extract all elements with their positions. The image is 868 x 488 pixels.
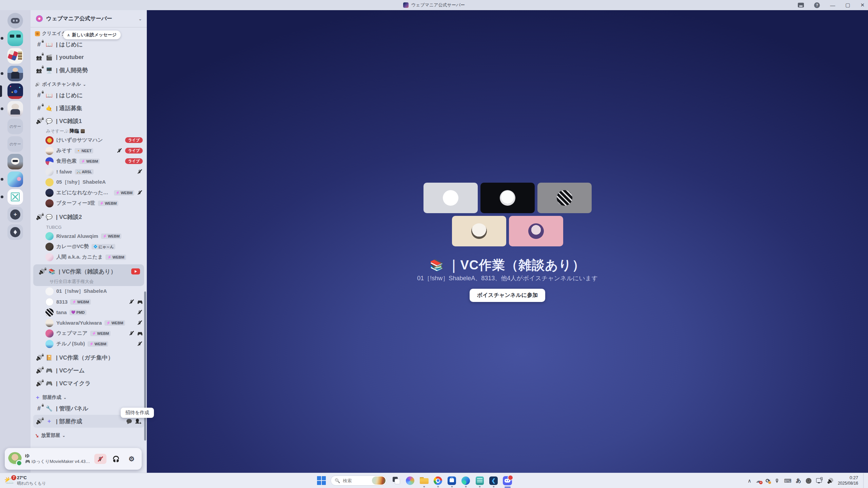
- server-icon-teal[interactable]: [7, 30, 23, 46]
- participant-avatar: [500, 190, 515, 206]
- taskbar-search[interactable]: 🔍: [331, 475, 387, 486]
- video-tile-yukiwara[interactable]: [452, 216, 506, 246]
- voice-member[interactable]: ブターフィー3世 ⚡WEBM: [31, 198, 147, 208]
- channel-youtuber[interactable]: 🎬 | youtuber: [31, 51, 147, 64]
- deafen-button[interactable]: [110, 454, 122, 464]
- user-avatar[interactable]: [8, 452, 22, 466]
- voice-member[interactable]: けいず@サツマハン ライブ: [31, 135, 147, 145]
- voice-channel-presence: 01［!shw］ShabeleA、8313、他4人がボイスチャンネルにいます: [147, 274, 868, 282]
- channel-emoji: ＋: [45, 418, 53, 425]
- sidebar-scrollbar[interactable]: [144, 291, 146, 441]
- weather-badge: 7: [11, 475, 16, 480]
- voice-member[interactable]: チルノ(Sub) ⚡WEBM: [31, 339, 147, 349]
- voice-member[interactable]: みそす 🔸NEET ライブ: [31, 145, 147, 156]
- voice-channel-vcwork-gachi[interactable]: 📔 | VC作業（ガチ集中）: [31, 351, 147, 364]
- server-header[interactable]: ウェブマニア公式サーバー ⌄: [31, 10, 147, 27]
- avatar: [45, 189, 54, 197]
- voice-channel-vcwork-zatsudan[interactable]: 📚 | VC作業（雑談あり）: [34, 265, 143, 278]
- channel-emoji: 📚: [430, 259, 444, 272]
- category-idle[interactable]: ➘ 放置部屋 ⌄: [31, 431, 147, 440]
- hidden-icons-chevron[interactable]: ∧: [748, 478, 751, 483]
- voice-member[interactable]: Rivarzal Aluwqim ⚡WEBM: [31, 231, 147, 241]
- clock-tray-icon[interactable]: 🕘: [806, 478, 812, 483]
- help-icon[interactable]: ?: [814, 2, 820, 8]
- mute-microphone-button[interactable]: [94, 454, 106, 464]
- video-tile-shabelea[interactable]: [423, 183, 478, 213]
- touch-keyboard-icon[interactable]: ⌨: [784, 478, 791, 483]
- channel-tsuwabosyu[interactable]: 🤙 | 通話募集: [31, 102, 147, 115]
- edge-button[interactable]: [461, 476, 470, 485]
- voice-channel-vcminecraft[interactable]: 🎮 | VCマイクラ: [31, 377, 147, 390]
- voice-channel-vczatsudan2[interactable]: 💬 | VC雑談2: [31, 210, 147, 223]
- server-icon-text-2[interactable]: のサー: [7, 136, 23, 152]
- user-settings-button[interactable]: [125, 454, 138, 464]
- create-invite-icon[interactable]: [135, 419, 141, 424]
- network-icon[interactable]: [816, 478, 823, 483]
- add-server-button[interactable]: +: [7, 207, 23, 222]
- volume-icon[interactable]: 🔊: [827, 478, 833, 483]
- voice-member[interactable]: ウェブマニア ⚡WEBM: [31, 328, 147, 339]
- role-badge: 💜PMD: [70, 310, 86, 315]
- voice-member[interactable]: 01［!shw］ShabeleA: [31, 286, 147, 297]
- server-icon-flag[interactable]: [7, 48, 23, 64]
- sync-icon[interactable]: ⟳: [766, 477, 770, 484]
- server-icon-easel[interactable]: [7, 189, 23, 205]
- youtube-watch-badge[interactable]: [131, 268, 140, 274]
- weather-widget[interactable]: ⛅ 7 27°C 晴れのちくもり: [4, 473, 46, 488]
- ime-indicator[interactable]: あ: [796, 477, 801, 484]
- channel-kojinkaihatsu[interactable]: 🖥️ | 個人開発勢: [31, 64, 147, 77]
- voice-member[interactable]: 8313 ⚡WEBM: [31, 297, 147, 307]
- file-explorer-button[interactable]: [419, 476, 429, 485]
- voice-member[interactable]: カレー@VC勢 💠にゃ～ん: [31, 241, 147, 252]
- server-icon-cat[interactable]: [7, 154, 23, 169]
- discord-taskbar-button[interactable]: [503, 476, 512, 485]
- voice-channel-vczatsudan1[interactable]: 💬 | VC雑談1: [31, 115, 147, 127]
- channel-hajimeni-2[interactable]: 📖 | はじめに: [31, 89, 147, 102]
- video-tile-tana[interactable]: [537, 183, 592, 213]
- task-view-button[interactable]: [392, 476, 401, 485]
- inbox-icon[interactable]: [798, 3, 804, 7]
- onedrive-error-icon[interactable]: ☁: [756, 477, 761, 484]
- user-info[interactable]: ゆ 🎮 ゆっくりMovieMaker v4.43.1.0をプレ…: [25, 453, 91, 465]
- server-icon-text-1[interactable]: のサー: [7, 119, 23, 134]
- voice-member[interactable]: tana 💜PMD: [31, 307, 147, 318]
- easel-icon: [11, 192, 20, 201]
- server-icon-miku[interactable]: [7, 171, 23, 187]
- maximize-button[interactable]: ▢: [845, 2, 850, 8]
- search-input[interactable]: [342, 478, 370, 484]
- video-tile-webmania[interactable]: [509, 216, 563, 246]
- microsoft-store-button[interactable]: [447, 476, 456, 485]
- minimize-button[interactable]: —: [830, 2, 835, 8]
- copilot-button[interactable]: [406, 476, 415, 485]
- join-voice-button[interactable]: ボイスチャンネルに参加: [470, 289, 545, 302]
- voice-member[interactable]: エビになれなかったかに缶 ⚡WEBM: [31, 187, 147, 198]
- close-button[interactable]: ✕: [860, 2, 865, 8]
- discord-home-button[interactable]: [7, 13, 23, 28]
- server-icon-webmania-active[interactable]: [7, 83, 23, 99]
- new-unread-pill[interactable]: ∧ 新しい未読メッセージ: [63, 30, 121, 39]
- microphone-tray-icon[interactable]: 🎙: [774, 478, 780, 483]
- voice-member[interactable]: ! falwe ⚔️ARSL: [31, 166, 147, 177]
- clock-widget[interactable]: 0:27 2025/08/16: [838, 475, 858, 486]
- category-voice[interactable]: 🔊 ボイスチャンネル ⌄: [31, 80, 147, 89]
- show-desktop-button[interactable]: [863, 473, 865, 488]
- video-tile-8313[interactable]: [480, 183, 535, 213]
- channel-hajimeni-1[interactable]: 📖 | はじめに: [31, 38, 147, 51]
- voice-member[interactable]: 食用色素 ⚡WEBM ライブ: [31, 156, 147, 166]
- notepad-button[interactable]: [475, 476, 484, 485]
- voice-member[interactable]: 05［!shy］ShabeleA: [31, 177, 147, 187]
- code-app-button[interactable]: ❮: [489, 476, 498, 485]
- voice-member[interactable]: 人間 a.k.a. カニたま ⚡WEBM: [31, 252, 147, 262]
- voice-channel-vcgame[interactable]: 🎮 | VCゲーム: [31, 364, 147, 377]
- explore-servers-button[interactable]: [7, 224, 23, 240]
- chrome-button[interactable]: [433, 476, 442, 485]
- server-icon-suit[interactable]: [7, 66, 23, 81]
- start-button[interactable]: [317, 476, 326, 485]
- role-badge: ⚡WEBM: [105, 255, 126, 260]
- category-rooms[interactable]: ＋ 部屋作成 ⌄: [31, 393, 147, 402]
- server-icon-girl[interactable]: [7, 101, 23, 117]
- voice-member[interactable]: Yukiwara/Yukiwara ⚡WEBM: [31, 318, 147, 328]
- open-chat-icon[interactable]: [126, 418, 132, 425]
- caret-up-icon: ∧: [67, 33, 70, 37]
- role-badge: ⚡WEBM: [104, 320, 125, 326]
